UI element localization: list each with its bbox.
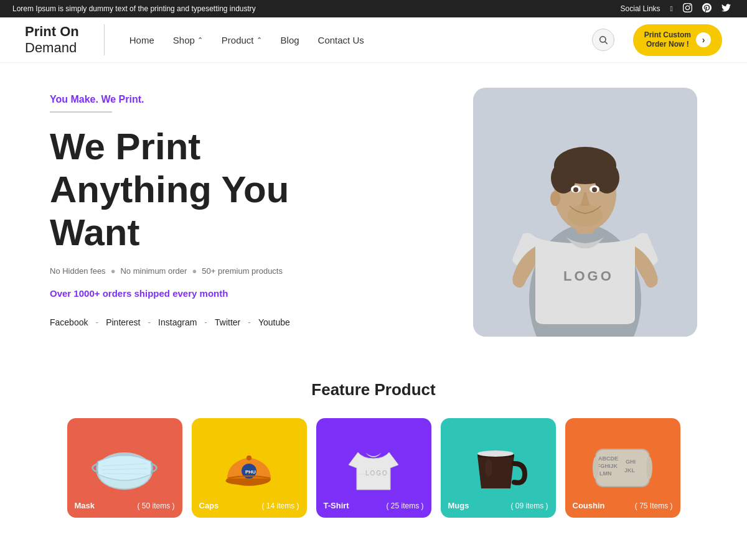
product-card-mugs[interactable]: Mugs ( 09 items ) [441,418,556,518]
svg-text:ABCDE: ABCDE [598,455,618,462]
top-bar: Lorem Ipsum is simply dummy text of the … [0,0,747,17]
hero-divider [50,111,112,113]
svg-text:PHU: PHU [245,469,256,475]
logo-divider [104,24,105,55]
cushion-label: Coushin [573,501,605,510]
hero-orders: Over 1000+ orders shipped every month [50,288,448,299]
svg-point-37 [593,457,599,479]
cta-line1: Print Custom [644,30,691,40]
pinterest-icon[interactable] [702,3,712,14]
hero-features: No Hidden fees ● No minimum order ● 50+ … [50,266,448,276]
svg-line-1 [605,42,608,44]
cta-line2: Order Now ! [644,40,691,50]
twitter-icon[interactable] [721,3,731,14]
product-card-caps[interactable]: PHU Caps ( 14 items ) [192,418,307,518]
product-card-mask[interactable]: Mask ( 50 items ) [67,418,182,518]
social-youtube[interactable]: Youtube [258,317,290,327]
logo-line1: Print On [25,24,79,40]
nav-blog[interactable]: Blog [281,35,299,45]
social-pinterest[interactable]: Pinterest [106,317,140,327]
svg-text:JKL: JKL [624,467,636,474]
svg-point-11 [568,204,603,226]
mask-count: ( 50 items ) [137,502,174,510]
nav-product[interactable]: Product ⌃ [222,35,262,45]
cushion-icon: ABCDE FGHIJK LMN GHI JKL [588,440,657,496]
caps-label: Caps [199,501,219,510]
mugs-label: Mugs [448,501,469,510]
cushion-count: ( 75 Items ) [635,502,673,510]
tshirt-label: T-Shirt [324,501,349,510]
hero-tagline: You Make. We Print. [50,94,448,105]
hero-image: LOGO [473,88,697,337]
mug-icon [464,440,532,496]
hero-text: You Make. We Print. We Print Anything Yo… [50,88,448,327]
mask-label: Mask [75,501,95,510]
svg-text:LOGO: LOGO [563,268,614,284]
tshirt-count: ( 25 items ) [386,502,423,510]
marquee-text: Lorem Ipsum is simply dummy text of the … [12,4,256,13]
social-facebook[interactable]: Facebook [50,317,88,327]
product-card-cushion[interactable]: ABCDE FGHIJK LMN GHI JKL Coushin ( 75 It… [565,418,680,518]
main-nav: Home Shop ⌃ Product ⌃ Blog Contact Us Pr… [129,24,722,56]
svg-point-28 [477,450,514,457]
svg-point-0 [599,37,605,42]
header: Print On Demand Home Shop ⌃ Product ⌃ Bl… [0,17,747,63]
instagram-icon[interactable] [683,3,692,14]
nav-shop[interactable]: Shop ⌃ [173,35,203,45]
svg-point-10 [550,191,560,206]
hero-section: You Make. We Print. We Print Anything Yo… [0,63,747,362]
nav-contact[interactable]: Contact Us [318,35,364,45]
svg-point-38 [646,457,652,479]
svg-text:FGHIJK: FGHIJK [597,463,618,469]
logo-line2: Demand [25,40,79,56]
svg-text:GHI: GHI [626,459,636,465]
logo: Print On Demand [25,24,79,56]
mask-icon [90,440,159,496]
svg-point-14 [573,187,578,192]
svg-point-29 [485,459,492,477]
products-grid: Mask ( 50 items ) PHU [37,418,710,518]
search-button[interactable] [592,29,614,51]
svg-point-15 [592,187,597,192]
hero-headline: We Print Anything You Want [50,125,448,254]
svg-point-22 [247,455,251,460]
mugs-count: ( 09 items ) [510,502,548,510]
hero-social-links: Facebook - Pinterest - Instagram - Twitt… [50,317,448,327]
tshirt-icon: LOGO [339,440,408,496]
cta-button[interactable]: Print Custom Order Now ! › [633,24,722,56]
product-card-tshirt[interactable]: LOGO T-Shirt ( 25 items ) [316,418,431,518]
facebook-icon[interactable]:  [670,4,673,13]
features-section: Feature Product [0,362,747,549]
social-links-label: Social Links [621,4,660,13]
cap-icon: PHU [215,440,283,496]
top-social-links: Social Links  [621,3,735,14]
caps-count: ( 14 items ) [261,502,299,510]
cta-arrow-icon: › [696,32,711,47]
features-title: Feature Product [37,380,710,399]
svg-text:LMN: LMN [599,470,612,477]
nav-home[interactable]: Home [129,35,154,45]
social-twitter[interactable]: Twitter [215,317,240,327]
hero-model-svg: LOGO [473,88,697,337]
svg-text:LOGO: LOGO [365,470,388,477]
social-instagram[interactable]: Instagram [158,317,197,327]
